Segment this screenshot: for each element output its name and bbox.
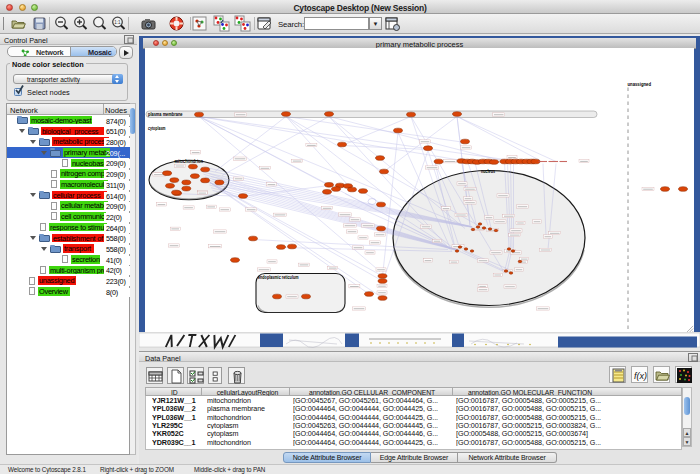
svg-text:f(x): f(x) (634, 371, 647, 381)
svg-text:mitochondrion: mitochondrion (175, 158, 204, 164)
svg-text:endoplasmic reticulum: endoplasmic reticulum (258, 274, 299, 280)
svg-text:nucleus: nucleus (481, 168, 495, 174)
svg-text:plasma membrane: plasma membrane (148, 111, 183, 117)
svg-text:1:1: 1:1 (114, 20, 121, 25)
svg-text:cytoplasm: cytoplasm (148, 125, 166, 131)
svg-text:unassigned: unassigned (628, 81, 652, 87)
